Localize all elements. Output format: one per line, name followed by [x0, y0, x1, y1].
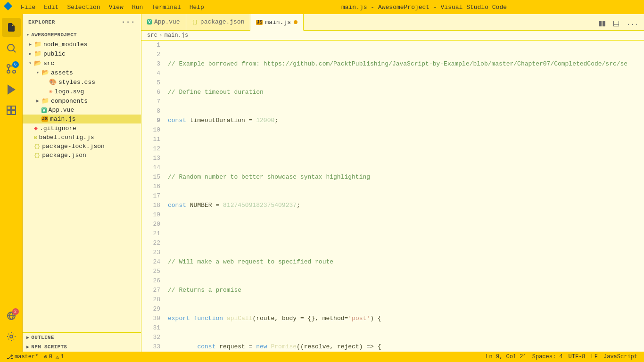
language-label: JavaScript — [603, 354, 637, 360]
outline-section-header[interactable]: ▶ OUTLINE — [23, 333, 141, 342]
svg-point-0 — [8, 44, 14, 51]
run-activity-icon[interactable] — [2, 80, 21, 99]
indentation-status[interactable]: Spaces: 4 — [529, 354, 566, 360]
errors-count: 0 — [49, 354, 52, 360]
toggle-panel-button[interactable] — [611, 19, 622, 30]
extensions-activity-icon[interactable] — [2, 101, 21, 120]
line-num-15: 15 — [141, 173, 160, 182]
tree-item-babel-config[interactable]: ▶ B babel.config.js — [23, 133, 141, 142]
logo-svg-icon: ✳ — [49, 88, 53, 95]
tab-package-json-icon: {} — [192, 19, 198, 25]
title-bar: File Edit Selection View Run Terminal He… — [0, 0, 644, 14]
encoding-label: UTF-8 — [569, 354, 586, 360]
explorer-icon[interactable] — [2, 18, 21, 37]
svg-rect-10 — [7, 111, 11, 115]
sidebar-more-button[interactable]: ··· — [121, 18, 135, 26]
code-line-1: // Example borrowed from: https://github… — [168, 59, 644, 69]
project-section-header[interactable]: ▾ AWESOMEPROJECT — [23, 30, 141, 40]
src-folder-icon: 📂 — [34, 59, 41, 67]
more-actions-button[interactable]: ··· — [625, 20, 640, 29]
tree-item-assets[interactable]: ▾ 📂 assets — [23, 68, 141, 77]
app-logo — [4, 2, 12, 13]
line-num-2: 2 — [141, 50, 160, 59]
main-js-label: main.js — [50, 115, 76, 123]
tree-item-src[interactable]: ▾ 📂 src — [23, 58, 141, 68]
menu-file[interactable]: File — [17, 3, 39, 12]
split-editor-button[interactable] — [596, 19, 608, 30]
components-folder-icon: 📁 — [41, 97, 49, 105]
tab-bar-actions: ··· — [593, 19, 644, 30]
svg-marker-7 — [8, 85, 15, 94]
git-branch-label: master* — [15, 354, 38, 360]
assets-label: assets — [51, 69, 73, 76]
tab-package-json[interactable]: {} package.json — [186, 14, 251, 30]
line-num-31: 31 — [141, 323, 160, 333]
window-title: main.js - AwesomeProject - Visual Studio… — [208, 4, 640, 11]
tab-app-vue[interactable]: V App.vue — [141, 14, 186, 30]
line-num-8: 8 — [141, 107, 160, 116]
tree-item-app-vue[interactable]: ▶ V App.vue — [23, 106, 141, 115]
svg-rect-11 — [12, 111, 16, 115]
code-line-9: // Returns a promise — [168, 286, 644, 295]
tree-item-public[interactable]: ▶ 📁 public — [23, 49, 141, 58]
components-label: components — [51, 98, 88, 105]
tab-main-js[interactable]: JS main.js — [250, 14, 304, 31]
app-vue-label: App.vue — [49, 107, 74, 114]
tree-item-logo-svg[interactable]: ▶ ✳ logo.svg — [23, 87, 141, 96]
errors-status[interactable]: ⊗ 0 ⚠ 1 — [41, 352, 66, 362]
node-modules-folder-icon: 📁 — [34, 41, 41, 48]
npm-scripts-section-header[interactable]: ▶ NPM SCRIPTS — [23, 342, 141, 352]
svg-point-4 — [7, 70, 10, 73]
tree-item-node_modules[interactable]: ▶ 📁 node_modules — [23, 40, 141, 49]
warnings-count: 1 — [60, 354, 64, 360]
code-line-4 — [168, 144, 644, 154]
line-num-16: 16 — [141, 182, 160, 191]
activity-bar-bottom: 2 — [2, 306, 21, 348]
tab-app-vue-label: App.vue — [154, 18, 180, 25]
menu-run[interactable]: Run — [128, 3, 147, 12]
line-num-11: 11 — [141, 135, 160, 144]
menu-view[interactable]: View — [105, 3, 127, 12]
tree-item-package-lock[interactable]: ▶ {} package-lock.json — [23, 142, 141, 151]
line-num-28: 28 — [141, 295, 160, 304]
code-area[interactable]: // Example borrowed from: https://github… — [164, 41, 644, 352]
line-num-10: 10 — [141, 125, 160, 135]
settings-activity-icon[interactable] — [2, 327, 21, 346]
editor-content[interactable]: 1 2 3 4 5 6 7 8 9 10 11 12 13 14 15 16 1… — [141, 41, 644, 352]
assets-chevron-icon: ▾ — [34, 70, 41, 75]
tree-item-gitignore[interactable]: ▶ ◆ .gitignore — [23, 123, 141, 133]
status-bar: ⎇ master* ⊗ 0 ⚠ 1 Ln 9, Col 21 Spaces: 4… — [0, 352, 644, 362]
tree-item-main-js[interactable]: ▶ JS main.js — [23, 115, 141, 123]
tree-item-components[interactable]: ▶ 📁 components — [23, 96, 141, 106]
sidebar-title: Explorer — [28, 19, 55, 25]
git-branch-icon: ⎇ — [7, 354, 13, 361]
language-status[interactable]: JavaScript — [601, 354, 640, 360]
menu-terminal[interactable]: Terminal — [148, 3, 184, 12]
line-num-27: 27 — [141, 286, 160, 295]
code-line-7 — [168, 229, 644, 239]
source-control-activity-icon[interactable]: 6 — [2, 59, 21, 78]
components-chevron-icon: ▶ — [34, 98, 41, 104]
menu-selection[interactable]: Selection — [63, 3, 104, 12]
line-num-17: 17 — [141, 191, 160, 201]
encoding-status[interactable]: UTF-8 — [566, 354, 588, 360]
line-num-13: 13 — [141, 154, 160, 163]
file-tree: ▶ 📁 node_modules ▶ 📁 public ▾ 📂 src — [23, 40, 141, 332]
tree-item-package-json[interactable]: ▶ {} package.json — [23, 151, 141, 160]
search-activity-icon[interactable] — [2, 39, 21, 58]
line-num-9: 9 — [141, 116, 160, 125]
menu-help[interactable]: Help — [186, 3, 208, 12]
line-num-21: 21 — [141, 229, 160, 239]
cursor-position-status[interactable]: Ln 9, Col 21 — [483, 354, 529, 360]
breadcrumb-main-js[interactable]: main.js — [165, 32, 188, 39]
git-branch-status[interactable]: ⎇ master* — [4, 352, 41, 362]
tab-bar: V App.vue {} package.json JS main.js — [141, 14, 644, 31]
menu-edit[interactable]: Edit — [40, 3, 62, 12]
remote-icon[interactable]: 2 — [2, 306, 21, 325]
tree-item-styles-css[interactable]: ▶ 🎨 styles.css — [23, 77, 141, 87]
line-ending-status[interactable]: LF — [588, 354, 601, 360]
styles-css-label: styles.css — [58, 79, 95, 86]
breadcrumb-src[interactable]: src — [147, 32, 157, 39]
line-num-25: 25 — [141, 267, 160, 276]
line-num-18: 18 — [141, 201, 160, 210]
